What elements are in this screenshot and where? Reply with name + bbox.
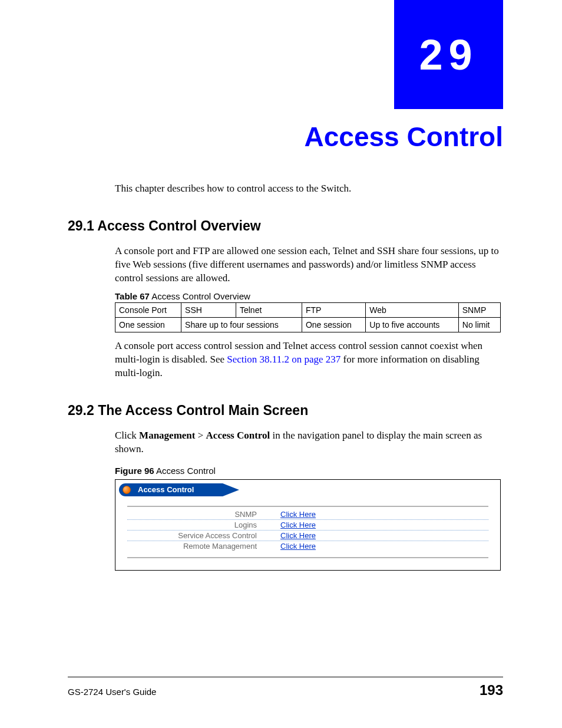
table-caption-label: Table 67 <box>115 291 150 301</box>
table-row: Console Port SSH Telnet FTP Web SNMP <box>115 302 501 317</box>
divider <box>127 506 488 507</box>
row-label-snmp: SNMP <box>127 510 280 519</box>
panel-tab-title: Access Control <box>134 483 223 496</box>
list-item: Service Access Control Click Here <box>127 531 488 541</box>
th-console: Console Port <box>115 302 181 317</box>
section-heading-29-1: 29.1 Access Control Overview <box>68 218 503 234</box>
footer-page-number: 193 <box>480 682 503 699</box>
td-snmp: No limit <box>458 317 500 332</box>
row-label-logins: Logins <box>127 521 280 529</box>
click-here-link[interactable]: Click Here <box>280 521 316 529</box>
figure-body: SNMP Click Here Logins Click Here Servic… <box>127 506 488 558</box>
intro-text: This chapter describes how to control ac… <box>115 183 503 195</box>
td-ssh-telnet: Share up to four sessions <box>181 317 302 332</box>
cross-ref-link[interactable]: Section 38.11.2 on page 237 <box>227 354 340 365</box>
figure-96: Access Control SNMP Click Here Logins Cl… <box>115 479 501 571</box>
t1: Click <box>115 430 139 441</box>
tab-icon <box>123 486 131 494</box>
chapter-badge: 29 <box>394 0 503 109</box>
chapter-number: 29 <box>419 31 478 79</box>
click-here-link[interactable]: Click Here <box>280 531 316 540</box>
td-web: Up to five accounts <box>366 317 459 332</box>
para-29-1-2: A console port access control session an… <box>115 340 503 380</box>
t2: > <box>195 430 206 441</box>
para-29-1-1: A console port and FTP are allowed one s… <box>115 245 503 285</box>
click-here-link[interactable]: Click Here <box>280 542 316 551</box>
nav-access-control: Access Control <box>206 430 270 441</box>
list-item: Remote Management Click Here <box>127 541 488 551</box>
divider <box>127 557 488 558</box>
th-snmp: SNMP <box>458 302 500 317</box>
td-ftp: One session <box>302 317 365 332</box>
nav-management: Management <box>139 430 195 441</box>
table-67: Console Port SSH Telnet FTP Web SNMP One… <box>115 302 501 332</box>
chapter-title: Access Control <box>305 121 503 153</box>
para-29-2-1: Click Management > Access Control in the… <box>115 429 503 456</box>
th-telnet: Telnet <box>236 302 302 317</box>
td-console: One session <box>115 317 181 332</box>
tab-left-cap <box>119 483 134 496</box>
row-label-sac: Service Access Control <box>127 531 280 540</box>
th-web: Web <box>366 302 459 317</box>
table-row: One session Share up to four sessions On… <box>115 317 501 332</box>
list-item: Logins Click Here <box>127 520 488 531</box>
list-item: SNMP Click Here <box>127 509 488 520</box>
figure-caption-text: Access Control <box>154 466 216 476</box>
figure-caption-label: Figure 96 <box>115 466 154 476</box>
footer-guide-name: GS-2724 User's Guide <box>68 687 156 697</box>
table-caption-text: Access Control Overview <box>150 291 250 301</box>
panel-tab: Access Control <box>119 483 272 496</box>
table-caption-67: Table 67 Access Control Overview <box>115 291 503 301</box>
row-label-remote: Remote Management <box>127 542 280 551</box>
chapter-label: CHAPTER 29 <box>80 103 129 111</box>
click-here-link[interactable]: Click Here <box>280 510 316 519</box>
th-ftp: FTP <box>302 302 365 317</box>
th-ssh: SSH <box>181 302 236 317</box>
tab-right-arrow <box>223 483 239 496</box>
page-footer: GS-2724 User's Guide 193 <box>68 677 503 699</box>
figure-caption-96: Figure 96 Access Control <box>115 466 503 476</box>
section-heading-29-2: 29.2 The Access Control Main Screen <box>68 403 503 419</box>
